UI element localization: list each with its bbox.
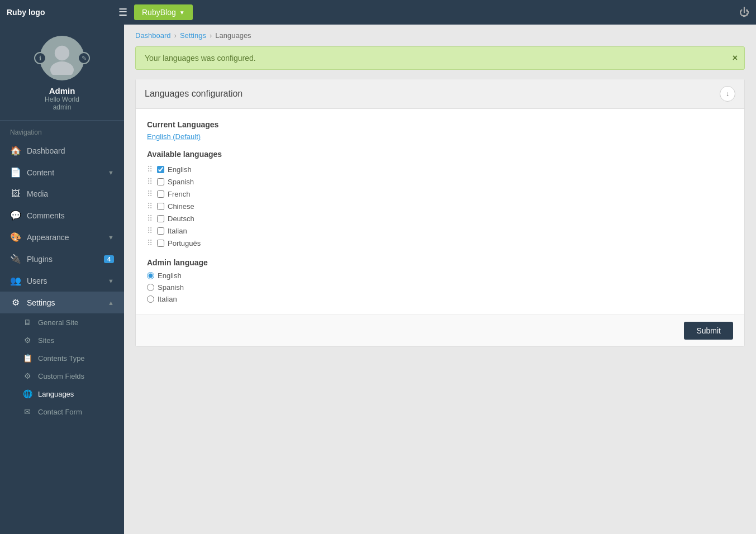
admin-language-radio-italian[interactable] — [147, 295, 154, 303]
power-icon[interactable]: ⏻ — [739, 7, 749, 18]
list-item: ⠿ Deutsch — [147, 212, 733, 225]
plugins-badge: 4 — [104, 255, 114, 263]
sidebar-item-content[interactable]: 📄 Content ▼ — [0, 161, 124, 183]
card-footer: Submit — [136, 314, 744, 346]
user-edit-icon[interactable]: ✎ — [78, 52, 90, 64]
gear-icon: ⚙ — [22, 336, 32, 345]
sidebar-item-plugins[interactable]: 🔌 Plugins 4 — [0, 248, 124, 270]
sidebar-item-settings[interactable]: ⚙ Settings ▲ — [0, 292, 124, 313]
admin-language-label-spanish[interactable]: Spanish — [158, 283, 184, 292]
sidebar-item-label: Dashboard — [27, 146, 114, 155]
drag-handle-icon[interactable]: ⠿ — [147, 189, 153, 198]
card-header: Languages configuration ↓ — [136, 79, 744, 109]
list-item: ⠿ Português — [147, 237, 733, 249]
languages-config-card: Languages configuration ↓ Current Langua… — [135, 79, 745, 347]
comments-icon: 💬 — [10, 210, 21, 221]
sidebar-item-media[interactable]: 🖼 Media — [0, 183, 124, 204]
drag-handle-icon[interactable]: ⠿ — [147, 177, 153, 186]
radio-item-italian: Italian — [147, 295, 733, 303]
topbar: Ruby logo ☰ RubyBlog ▼ ⏻ — [0, 0, 756, 25]
main-content: Dashboard › Settings › Languages Your la… — [124, 25, 756, 534]
admin-language-label-italian[interactable]: Italian — [158, 295, 177, 303]
brand-label: RubyBlog — [142, 8, 176, 17]
language-label-english[interactable]: English — [168, 165, 192, 174]
language-label-chinese[interactable]: Chinese — [168, 202, 194, 211]
svg-point-1 — [50, 61, 74, 75]
chevron-down-icon: ▼ — [108, 234, 114, 241]
language-checkbox-portuguese[interactable] — [157, 240, 164, 247]
drag-handle-icon[interactable]: ⠿ — [147, 165, 153, 174]
drag-handle-icon[interactable]: ⠿ — [147, 239, 153, 247]
svg-point-0 — [55, 46, 69, 60]
card-body: Current Languages English (Default) Avai… — [136, 109, 744, 314]
breadcrumb-dashboard[interactable]: Dashboard — [135, 31, 171, 40]
custom-fields-icon: ⚙ — [22, 371, 32, 380]
user-area: ℹ ✎ Admin Hello World admin — [0, 25, 124, 121]
subnav-label: Contact Form — [38, 408, 82, 416]
sidebar-item-label: Settings — [27, 298, 102, 307]
sidebar-item-dashboard[interactable]: 🏠 Dashboard — [0, 140, 124, 161]
drag-handle-icon[interactable]: ⠿ — [147, 214, 153, 223]
subnav-item-custom-fields[interactable]: ⚙ Custom Fields — [0, 367, 124, 385]
drag-handle-icon[interactable]: ⠿ — [147, 226, 153, 235]
submit-button[interactable]: Submit — [684, 322, 733, 340]
language-checkbox-english[interactable] — [157, 166, 164, 173]
language-checkbox-french[interactable] — [157, 190, 164, 198]
user-role: admin — [53, 103, 72, 111]
chevron-down-icon: ▼ — [108, 278, 114, 284]
subnav-item-general-site[interactable]: 🖥 General Site — [0, 313, 124, 331]
layout: ℹ ✎ Admin Hello World admin Navigation 🏠… — [0, 25, 756, 534]
subnav-item-sites[interactable]: ⚙ Sites — [0, 331, 124, 349]
user-info-icon[interactable]: ℹ — [34, 52, 46, 64]
drag-handle-icon[interactable]: ⠿ — [147, 202, 153, 211]
available-languages-list: ⠿ English ⠿ Spanish ⠿ French — [147, 163, 733, 249]
subnav-item-contact-form[interactable]: ✉ Contact Form — [0, 403, 124, 421]
contents-type-icon: 📋 — [22, 354, 32, 363]
radio-item-spanish: Spanish — [147, 283, 733, 292]
current-language-link[interactable]: English (Default) — [147, 132, 733, 141]
language-label-portuguese[interactable]: Português — [168, 239, 201, 247]
sidebar-item-label: Users — [27, 276, 102, 285]
language-label-french[interactable]: French — [168, 190, 190, 198]
language-checkbox-deutsch[interactable] — [157, 215, 164, 222]
language-checkbox-spanish[interactable] — [157, 178, 164, 185]
sidebar-item-comments[interactable]: 💬 Comments — [0, 204, 124, 226]
admin-language-radio-group: English Spanish Italian — [147, 271, 733, 303]
admin-language-label-english[interactable]: English — [158, 271, 182, 280]
dashboard-icon: 🏠 — [10, 145, 21, 156]
appearance-icon: 🎨 — [10, 232, 21, 242]
admin-language-title: Admin language — [147, 258, 733, 267]
admin-language-radio-spanish[interactable] — [147, 284, 154, 291]
language-label-spanish[interactable]: Spanish — [168, 178, 194, 186]
alert-message: Your languages was configured. — [145, 54, 256, 63]
sidebar-item-label: Appearance — [27, 233, 102, 242]
list-item: ⠿ Italian — [147, 225, 733, 237]
language-label-deutsch[interactable]: Deutsch — [168, 214, 194, 223]
breadcrumb-sep1: › — [174, 31, 177, 40]
admin-language-radio-english[interactable] — [147, 272, 154, 279]
topbar-brand[interactable]: RubyBlog ▼ — [134, 4, 193, 20]
subnav-label: Custom Fields — [38, 372, 84, 380]
sidebar-item-users[interactable]: 👥 Users ▼ — [0, 270, 124, 292]
subnav-label: General Site — [38, 318, 78, 327]
subnav-label: Contents Type — [38, 354, 85, 363]
card-collapse-button[interactable]: ↓ — [720, 86, 735, 102]
breadcrumb: Dashboard › Settings › Languages — [124, 25, 756, 46]
breadcrumb-settings[interactable]: Settings — [180, 31, 206, 40]
subnav-item-contents-type[interactable]: 📋 Contents Type — [0, 349, 124, 367]
chevron-down-icon: ▼ — [108, 169, 114, 176]
languages-icon: 🌐 — [22, 389, 32, 398]
subnav-item-languages[interactable]: 🌐 Languages — [0, 385, 124, 403]
alert-close-button[interactable]: × — [733, 53, 738, 63]
available-languages-title: Available languages — [147, 150, 733, 159]
language-checkbox-chinese[interactable] — [157, 203, 164, 210]
current-languages-title: Current Languages — [147, 120, 733, 129]
nav-section-label: Navigation — [0, 121, 124, 140]
language-checkbox-italian[interactable] — [157, 227, 164, 235]
contact-form-icon: ✉ — [22, 407, 32, 416]
topbar-logo: Ruby logo — [7, 8, 107, 17]
menu-icon[interactable]: ☰ — [118, 6, 127, 18]
language-label-italian[interactable]: Italian — [168, 227, 187, 235]
sidebar-item-appearance[interactable]: 🎨 Appearance ▼ — [0, 226, 124, 248]
sidebar-item-label: Content — [27, 168, 102, 177]
